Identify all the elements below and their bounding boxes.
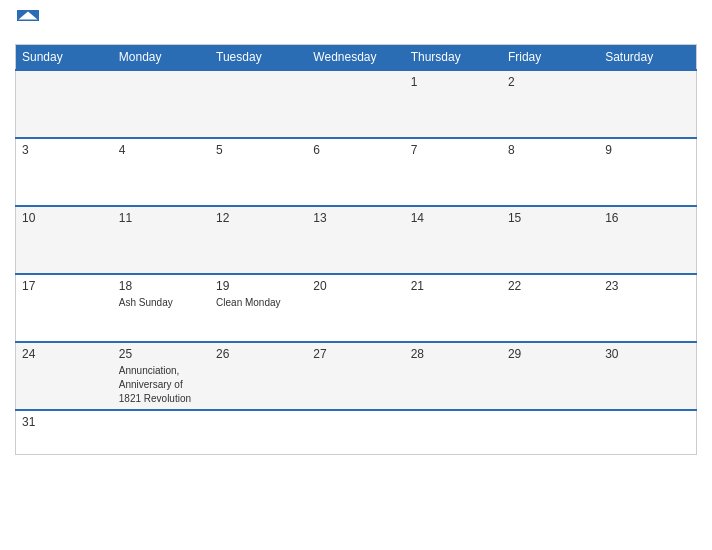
- calendar-cell: 3: [16, 138, 113, 206]
- calendar-cell: 17: [16, 274, 113, 342]
- day-number: 20: [313, 279, 398, 293]
- calendar-cell: 25Annunciation, Anniversary of 1821 Revo…: [113, 342, 210, 410]
- calendar-cell: 11: [113, 206, 210, 274]
- calendar-week-row: 10111213141516: [16, 206, 697, 274]
- calendar-cell: 13: [307, 206, 404, 274]
- calendar-cell: 30: [599, 342, 696, 410]
- calendar-cell: [405, 410, 502, 454]
- day-number: 9: [605, 143, 690, 157]
- calendar-header-row: SundayMondayTuesdayWednesdayThursdayFrid…: [16, 45, 697, 71]
- calendar-cell: [307, 410, 404, 454]
- day-number: 16: [605, 211, 690, 225]
- day-number: 6: [313, 143, 398, 157]
- calendar-cell: 10: [16, 206, 113, 274]
- calendar-cell: 14: [405, 206, 502, 274]
- day-number: 26: [216, 347, 301, 361]
- calendar-cell: 24: [16, 342, 113, 410]
- page-header: [15, 10, 697, 36]
- day-number: 24: [22, 347, 107, 361]
- day-number: 8: [508, 143, 593, 157]
- day-number: 31: [22, 415, 107, 429]
- calendar-week-row: 3456789: [16, 138, 697, 206]
- day-number: 28: [411, 347, 496, 361]
- day-number: 12: [216, 211, 301, 225]
- calendar-cell: 2: [502, 70, 599, 138]
- calendar-cell: 5: [210, 138, 307, 206]
- calendar-cell: 29: [502, 342, 599, 410]
- day-number: 10: [22, 211, 107, 225]
- calendar-cell: 19Clean Monday: [210, 274, 307, 342]
- calendar-cell: 31: [16, 410, 113, 454]
- day-number: 3: [22, 143, 107, 157]
- col-header-sunday: Sunday: [16, 45, 113, 71]
- day-number: 22: [508, 279, 593, 293]
- calendar-cell: 16: [599, 206, 696, 274]
- day-number: 17: [22, 279, 107, 293]
- calendar-cell: 9: [599, 138, 696, 206]
- day-number: 7: [411, 143, 496, 157]
- calendar-cell: [599, 70, 696, 138]
- calendar-week-row: 12: [16, 70, 697, 138]
- calendar-cell: 1: [405, 70, 502, 138]
- calendar-cell: [210, 410, 307, 454]
- col-header-friday: Friday: [502, 45, 599, 71]
- day-number: 29: [508, 347, 593, 361]
- day-number: 13: [313, 211, 398, 225]
- calendar-cell: 20: [307, 274, 404, 342]
- day-number: 23: [605, 279, 690, 293]
- calendar-cell: [307, 70, 404, 138]
- calendar-table: SundayMondayTuesdayWednesdayThursdayFrid…: [15, 44, 697, 455]
- day-event: Annunciation, Anniversary of 1821 Revolu…: [119, 365, 191, 404]
- day-number: 27: [313, 347, 398, 361]
- col-header-saturday: Saturday: [599, 45, 696, 71]
- calendar-cell: 7: [405, 138, 502, 206]
- calendar-cell: [113, 410, 210, 454]
- calendar-week-row: 2425Annunciation, Anniversary of 1821 Re…: [16, 342, 697, 410]
- day-number: 4: [119, 143, 204, 157]
- day-number: 25: [119, 347, 204, 361]
- col-header-thursday: Thursday: [405, 45, 502, 71]
- day-number: 11: [119, 211, 204, 225]
- calendar-cell: [210, 70, 307, 138]
- day-number: 15: [508, 211, 593, 225]
- calendar-cell: 4: [113, 138, 210, 206]
- day-event: Clean Monday: [216, 297, 280, 308]
- day-event: Ash Sunday: [119, 297, 173, 308]
- calendar-cell: 26: [210, 342, 307, 410]
- calendar-cell: [113, 70, 210, 138]
- day-number: 21: [411, 279, 496, 293]
- day-number: 19: [216, 279, 301, 293]
- calendar-week-row: 1718Ash Sunday19Clean Monday20212223: [16, 274, 697, 342]
- calendar-cell: 18Ash Sunday: [113, 274, 210, 342]
- calendar-cell: [599, 410, 696, 454]
- col-header-tuesday: Tuesday: [210, 45, 307, 71]
- calendar-cell: [16, 70, 113, 138]
- calendar-cell: 6: [307, 138, 404, 206]
- calendar-cell: 22: [502, 274, 599, 342]
- calendar-cell: 21: [405, 274, 502, 342]
- day-number: 14: [411, 211, 496, 225]
- calendar-cell: 28: [405, 342, 502, 410]
- calendar-cell: 23: [599, 274, 696, 342]
- calendar-cell: 12: [210, 206, 307, 274]
- svg-rect-1: [17, 21, 39, 32]
- col-header-monday: Monday: [113, 45, 210, 71]
- day-number: 2: [508, 75, 593, 89]
- col-header-wednesday: Wednesday: [307, 45, 404, 71]
- logo-icon: [17, 10, 39, 32]
- day-number: 5: [216, 143, 301, 157]
- day-number: 18: [119, 279, 204, 293]
- calendar-cell: 8: [502, 138, 599, 206]
- calendar-cell: 27: [307, 342, 404, 410]
- calendar-cell: 15: [502, 206, 599, 274]
- logo: [15, 10, 41, 36]
- calendar-cell: [502, 410, 599, 454]
- day-number: 1: [411, 75, 496, 89]
- day-number: 30: [605, 347, 690, 361]
- calendar-week-row: 31: [16, 410, 697, 454]
